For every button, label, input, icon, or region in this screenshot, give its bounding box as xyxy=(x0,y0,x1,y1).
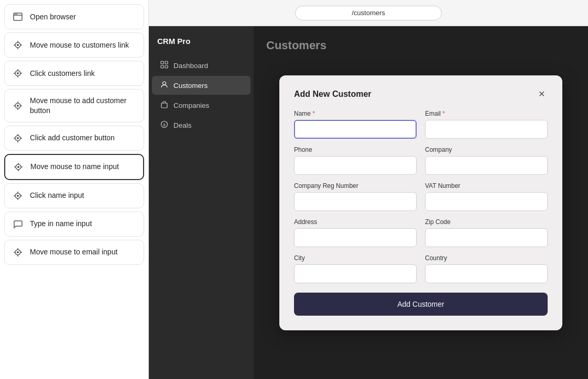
step-icon-click-add-customer-btn xyxy=(12,132,24,144)
svg-point-23 xyxy=(17,137,19,139)
form-group-name: Name * xyxy=(294,110,417,139)
modal-title: Add New Customer xyxy=(294,90,372,99)
step-label-open-browser: Open browser xyxy=(30,12,76,22)
step-icon-open-browser xyxy=(12,11,24,23)
svg-point-17 xyxy=(17,105,19,107)
step-move-customers-link[interactable]: Move mouse to customers link xyxy=(4,32,144,58)
sidebar-item-deals[interactable]: $ Deals xyxy=(152,116,251,135)
app-brand: CRM Pro xyxy=(149,35,254,56)
step-click-customers-link[interactable]: Click customers link xyxy=(4,61,144,86)
form-group-company_reg: Company Reg Number xyxy=(294,182,417,211)
label-company_reg: Company Reg Number xyxy=(294,182,417,190)
step-icon-click-name-input xyxy=(12,190,24,202)
step-open-browser[interactable]: Open browser xyxy=(4,4,144,29)
nav-label-companies: Companies xyxy=(173,102,209,109)
step-label-click-name-input: Click name input xyxy=(30,191,84,200)
svg-point-41 xyxy=(17,251,19,253)
form-group-zip: Zip Code xyxy=(425,218,548,247)
step-click-add-customer-btn[interactable]: Click add customer button xyxy=(4,126,144,151)
nav-label-deals: Deals xyxy=(173,121,192,129)
step-icon-type-name-input xyxy=(12,218,24,230)
svg-rect-51 xyxy=(161,103,167,108)
svg-rect-49 xyxy=(165,65,168,68)
browser-panel: /customers CRM Pro Dashboard Customers C… xyxy=(149,0,588,379)
sidebar-nav: Dashboard Customers Companies $ Deals xyxy=(149,56,254,135)
zip-input[interactable] xyxy=(425,228,548,247)
modal-form: Name *Email *PhoneCompanyCompany Reg Num… xyxy=(294,110,548,283)
label-city: City xyxy=(294,254,417,262)
modal-header: Add New Customer ✕ xyxy=(294,88,548,101)
app-area: CRM Pro Dashboard Customers Companies $ … xyxy=(149,26,588,379)
form-group-vat: VAT Number xyxy=(425,182,548,211)
label-zip: Zip Code xyxy=(425,218,548,226)
step-icon-click-customers-link xyxy=(12,68,24,79)
form-group-city: City xyxy=(294,254,417,283)
step-click-name-input[interactable]: Click name input xyxy=(4,183,144,208)
modal-close-button[interactable]: ✕ xyxy=(535,88,548,101)
email-input[interactable] xyxy=(425,120,548,139)
svg-rect-48 xyxy=(161,65,164,68)
sidebar-item-companies[interactable]: Companies xyxy=(152,96,251,115)
form-group-email: Email * xyxy=(425,110,548,139)
step-label-click-customers-link: Click customers link xyxy=(30,69,95,79)
label-country: Country xyxy=(425,254,548,262)
form-group-phone: Phone xyxy=(294,146,417,175)
steps-panel: Open browser Move mouse to customers lin… xyxy=(0,0,149,379)
country-input[interactable] xyxy=(425,264,548,283)
svg-point-11 xyxy=(17,72,19,74)
svg-point-5 xyxy=(17,44,19,46)
sidebar-item-dashboard[interactable]: Dashboard xyxy=(152,56,251,75)
svg-point-29 xyxy=(17,166,19,168)
nav-icon-companies xyxy=(160,101,168,110)
label-email: Email * xyxy=(425,110,548,117)
svg-point-35 xyxy=(17,195,19,197)
step-icon-move-add-customer-btn xyxy=(12,100,24,112)
company_reg-input[interactable] xyxy=(294,192,417,211)
step-label-type-name-input: Type in name input xyxy=(30,219,92,229)
step-icon-move-email-input xyxy=(12,247,24,258)
svg-rect-47 xyxy=(165,61,168,64)
svg-text:$: $ xyxy=(163,122,166,127)
form-group-address: Address xyxy=(294,218,417,247)
label-name: Name * xyxy=(294,110,417,117)
label-company: Company xyxy=(425,146,548,153)
svg-point-50 xyxy=(163,82,166,85)
step-move-name-input[interactable]: Move mouse to name input xyxy=(4,154,144,180)
step-move-add-customer-btn[interactable]: Move mouse to add customer button xyxy=(4,89,144,122)
step-label-move-customers-link: Move mouse to customers link xyxy=(30,40,129,50)
svg-rect-46 xyxy=(161,61,164,64)
step-label-move-name-input: Move mouse to name input xyxy=(30,162,119,172)
add-customer-button[interactable]: Add Customer xyxy=(294,293,548,316)
browser-top-bar: /customers xyxy=(149,0,588,26)
svg-point-3 xyxy=(16,14,17,15)
modal: Add New Customer ✕ Name *Email *PhoneCom… xyxy=(279,75,562,330)
nav-icon-dashboard xyxy=(160,61,168,70)
name-input[interactable] xyxy=(294,120,417,139)
url-bar[interactable]: /customers xyxy=(295,6,442,20)
svg-point-2 xyxy=(15,14,16,15)
city-input[interactable] xyxy=(294,264,417,283)
company-input[interactable] xyxy=(425,156,548,175)
step-move-email-input[interactable]: Move mouse to email input xyxy=(4,240,144,265)
sidebar-item-customers[interactable]: Customers xyxy=(152,76,251,95)
address-input[interactable] xyxy=(294,228,417,247)
label-vat: VAT Number xyxy=(425,182,548,190)
step-label-move-add-customer-btn: Move mouse to add customer button xyxy=(30,96,136,116)
modal-overlay: Add New Customer ✕ Name *Email *PhoneCom… xyxy=(254,26,588,379)
vat-input[interactable] xyxy=(425,192,548,211)
nav-icon-deals: $ xyxy=(160,120,168,130)
label-address: Address xyxy=(294,218,417,226)
step-icon-move-customers-link xyxy=(12,39,24,51)
nav-label-dashboard: Dashboard xyxy=(173,62,208,70)
phone-input[interactable] xyxy=(294,156,417,175)
label-phone: Phone xyxy=(294,146,417,153)
nav-label-customers: Customers xyxy=(173,82,208,90)
step-type-name-input[interactable]: Type in name input xyxy=(4,211,144,237)
step-icon-move-name-input xyxy=(13,161,24,173)
app-main: Customers Add New Customer ✕ Name *Email… xyxy=(254,26,588,379)
form-group-company: Company xyxy=(425,146,548,175)
form-group-country: Country xyxy=(425,254,548,283)
nav-icon-customers xyxy=(160,81,168,90)
app-sidebar: CRM Pro Dashboard Customers Companies $ … xyxy=(149,26,254,379)
step-label-click-add-customer-btn: Click add customer button xyxy=(30,133,115,143)
